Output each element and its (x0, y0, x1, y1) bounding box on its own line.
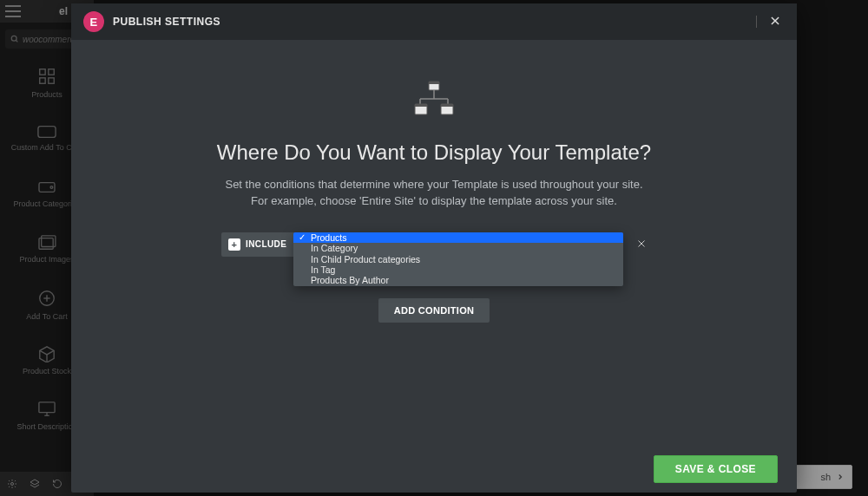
modal-title: PUBLISH SETTINGS (113, 16, 220, 28)
close-icon (769, 15, 781, 27)
modal-body: Where Do You Want to Display Your Templa… (71, 40, 797, 446)
publish-settings-modal: E PUBLISH SETTINGS (71, 3, 797, 493)
dropdown-option-in-category[interactable]: In Category (293, 243, 623, 253)
elementor-logo-icon: E (83, 11, 104, 32)
svg-rect-29 (415, 104, 427, 107)
modal-overlay: E PUBLISH SETTINGS (0, 0, 868, 496)
desc-line-1: Set the conditions that determine where … (225, 178, 642, 191)
svg-rect-31 (441, 104, 453, 107)
remove-condition-button[interactable] (622, 232, 647, 257)
condition-category-dropdown[interactable]: Products In Category In Child Product ca… (293, 232, 623, 286)
dropdown-option-in-tag[interactable]: In Tag (293, 264, 623, 275)
include-label: INCLUDE (246, 239, 286, 249)
conditions-illustration-icon (413, 80, 455, 121)
modal-heading: Where Do You Want to Display Your Templa… (217, 140, 651, 165)
close-icon (636, 238, 647, 249)
dropdown-option-in-child-categories[interactable]: In Child Product categories (293, 253, 623, 264)
modal-footer: SAVE & CLOSE (71, 446, 797, 493)
svg-rect-23 (429, 82, 439, 84)
header-divider (756, 16, 757, 28)
modal-description: Set the conditions that determine where … (225, 177, 642, 210)
desc-line-2: For example, choose 'Entire Site' to dis… (251, 194, 617, 207)
close-button[interactable] (766, 11, 785, 33)
modal-header: E PUBLISH SETTINGS (71, 3, 797, 40)
save-close-button[interactable]: SAVE & CLOSE (654, 455, 778, 483)
dropdown-option-by-author[interactable]: Products By Author (293, 275, 623, 285)
add-condition-button[interactable]: ADD CONDITION (378, 298, 490, 323)
plus-icon: + (228, 238, 240, 251)
condition-row: + INCLUDE Products In Category In Child … (221, 232, 647, 257)
dropdown-option-products[interactable]: Products (293, 232, 623, 243)
